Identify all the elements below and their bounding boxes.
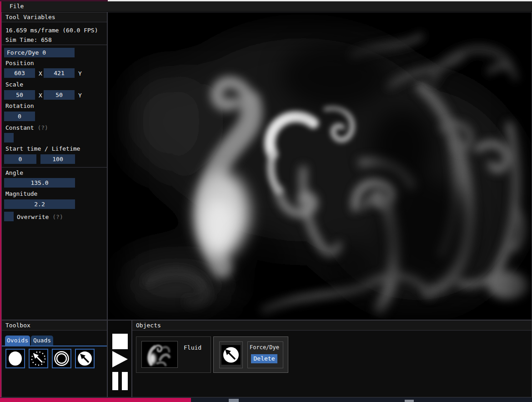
play-button[interactable] [112, 351, 128, 367]
separator [2, 45, 107, 45]
force-dye-thumbnail-icon [220, 342, 242, 368]
filled-ovoid-tool-button[interactable] [5, 349, 25, 368]
delete-button[interactable]: Delete [251, 354, 277, 363]
tab-underline [2, 346, 107, 346]
playback-panel [107, 320, 132, 397]
circle-arrow-icon [76, 350, 94, 367]
fluid-thumbnail-render [142, 341, 177, 367]
frame-time-text: 16.659 ms/frame (60.0 FPS) [5, 27, 98, 34]
scale-y-axis-label: Y [78, 92, 82, 99]
fluid-card-label: Fluid [184, 344, 201, 351]
fluid-sim-app: File Tool Variables 16.659 ms/frame (60.… [0, 0, 532, 402]
file-menu[interactable]: File [5, 2, 28, 10]
rotation-field[interactable]: 0 [4, 112, 35, 121]
angle-label: Angle [5, 169, 23, 176]
tool-variables-panel: Tool Variables 16.659 ms/frame (60.0 FPS… [1, 12, 107, 320]
constant-help-mark: (?) [37, 124, 48, 131]
position-x-axis-label: X [39, 70, 42, 77]
position-y-field[interactable]: 421 [44, 68, 75, 78]
stop-button[interactable] [112, 334, 128, 349]
position-y-axis-label: Y [78, 70, 82, 77]
toolbox-title: Toolbox [2, 321, 107, 331]
taskbar-item[interactable] [405, 400, 414, 402]
tool-name-field[interactable]: Force/Dye 0 [4, 48, 75, 57]
ring-ovoid-tool-button[interactable] [52, 349, 71, 368]
scale-x-axis-label: X [39, 92, 42, 99]
overwrite-help-mark: (?) [52, 214, 63, 220]
simulation-viewport[interactable] [107, 12, 532, 320]
scale-x-field[interactable]: 50 [4, 90, 35, 100]
pause-button[interactable] [112, 372, 128, 390]
separator [2, 167, 107, 168]
constant-checkbox[interactable] [4, 133, 14, 142]
overwrite-checkbox[interactable] [4, 212, 14, 221]
sim-time-text: Sim Time: 658 [5, 36, 52, 43]
toolbox-panel: Toolbox Ovoids Quads [1, 320, 107, 397]
scale-y-field[interactable]: 50 [44, 90, 75, 100]
angle-field[interactable]: 135.0 [4, 178, 75, 188]
filled-circle-icon [6, 350, 24, 367]
taskbar-accent-bar [0, 398, 191, 402]
ovoid-arrow-tool-button[interactable] [75, 349, 95, 368]
force-dye-info-box: Force/Dye Delete [247, 341, 283, 368]
overwrite-label: Overwrite (?) [17, 214, 63, 220]
constant-label-text: Constant [5, 124, 34, 131]
rotation-label: Rotation [5, 102, 34, 109]
tool-variables-title: Tool Variables [2, 12, 107, 22]
lifetime-field[interactable]: 100 [40, 154, 75, 164]
menu-bar: File [1, 1, 532, 12]
object-card-force-dye[interactable]: Force/Dye Delete [213, 336, 288, 373]
pause-icon [112, 372, 128, 390]
overwrite-label-text: Overwrite [17, 214, 49, 220]
objects-panel: Objects [132, 320, 532, 397]
magnitude-label: Magnitude [5, 190, 37, 197]
dotted-circle-arrow-icon [30, 350, 47, 367]
fluid-thumbnail [141, 341, 178, 368]
start-lifetime-label: Start time / Lifetime [5, 145, 80, 152]
taskbar-item[interactable] [229, 399, 239, 402]
force-dye-thumbnail-box [219, 341, 243, 368]
constant-label: Constant (?) [5, 124, 48, 131]
objects-title: Objects [132, 321, 532, 331]
scale-label: Scale [5, 81, 23, 88]
play-icon [112, 351, 128, 367]
dotted-ovoid-arrow-tool-button[interactable] [29, 349, 48, 368]
position-x-field[interactable]: 603 [4, 68, 35, 78]
fluid-simulation-render [108, 12, 532, 320]
tab-quads[interactable]: Quads [31, 336, 53, 346]
tab-ovoids[interactable]: Ovoids [5, 336, 30, 346]
object-card-fluid[interactable]: Fluid [136, 336, 211, 373]
position-label: Position [5, 60, 34, 66]
stop-icon [112, 334, 128, 349]
start-time-field[interactable]: 0 [4, 154, 36, 164]
magnitude-field[interactable]: 2.2 [4, 199, 75, 209]
force-dye-card-label: Force/Dye [250, 344, 279, 351]
ring-circle-icon [53, 350, 70, 367]
